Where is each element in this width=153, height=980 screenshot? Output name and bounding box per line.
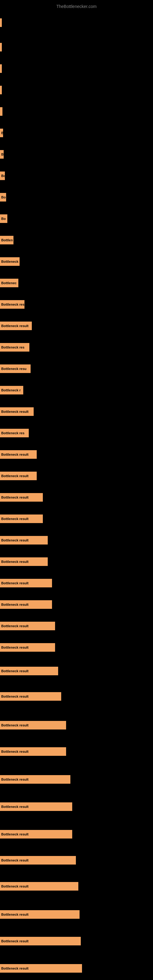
bar-row: Bottleneck result xyxy=(0,721,66,730)
bar-fill: Bottleneck result xyxy=(0,493,43,502)
bar-fill: Bottleneck result xyxy=(0,643,55,652)
bar-fill: Bottleneck result xyxy=(0,775,70,784)
bar-row: Bottleneck resu xyxy=(0,364,30,373)
bar-label: Bottleneck result xyxy=(1,646,29,649)
bar-fill: Bottleneck result xyxy=(0,747,66,756)
bar-label: Bottleneck result xyxy=(1,695,29,698)
bar-row: Bottleneck result xyxy=(0,450,37,459)
bar-label: Bottleneck result xyxy=(1,324,29,328)
bar-row: Bo xyxy=(0,172,5,180)
bar-fill: Bottleneck r xyxy=(0,386,23,395)
bar-fill xyxy=(0,18,2,27)
bar-fill: Bottleneck result xyxy=(0,407,33,416)
bar-label: Bottleneck result xyxy=(1,913,29,916)
bar-row: Bo xyxy=(0,193,6,202)
bar-fill xyxy=(0,43,2,51)
bar-row: Bo xyxy=(0,215,7,223)
bar-label: B xyxy=(1,131,3,135)
bar-fill: Bottleneck result xyxy=(0,830,72,838)
bar-fill: Bottleneck resu xyxy=(0,364,30,373)
bar-fill: Bo xyxy=(0,193,6,202)
bar-row: Bottleneck result xyxy=(0,493,43,502)
bar-fill: Bo xyxy=(0,215,7,223)
bar-fill xyxy=(0,64,2,73)
bar-fill: Bottleneck result xyxy=(0,557,48,566)
bar-row: Bottleneck result xyxy=(0,600,52,609)
bar-fill xyxy=(0,107,2,116)
bar-label: Bottleneck result xyxy=(1,538,29,542)
bar-row: Bottleneck result xyxy=(0,579,52,587)
bar-fill: B xyxy=(0,129,3,137)
bar-label: Bottleneck resu xyxy=(1,367,27,371)
bar-fill: Bottleneck result xyxy=(0,802,72,811)
bar-row: Bottleneck result xyxy=(0,622,55,630)
bar-row xyxy=(0,43,2,51)
site-title: TheBottlenecker.com xyxy=(0,2,153,11)
bar-label: Bottleneck result xyxy=(1,410,29,414)
bar-fill: Bottleneck result xyxy=(0,472,37,480)
bar-fill: Bottleneck res xyxy=(0,300,24,309)
bar-row: Bottleneck result xyxy=(0,643,55,652)
bar-row xyxy=(0,18,2,27)
bar-fill: Bottleneck result xyxy=(0,964,82,973)
bar-row: B xyxy=(0,129,3,137)
bar-row: Bottleneck result xyxy=(0,472,37,480)
bar-fill: Bottleneck result xyxy=(0,321,32,330)
bar-fill: Bottlen xyxy=(0,236,13,244)
bar-fill: Bottleneck r xyxy=(0,257,19,266)
bar-row: Bottleneck result xyxy=(0,536,48,544)
bar-fill: Bottleneck res xyxy=(0,343,29,352)
bar-row: Bottleneck res xyxy=(0,300,24,309)
bar-row: Bottleneck result xyxy=(0,407,33,416)
bar-label: Bottleneck result xyxy=(1,858,29,862)
bar-row: Bottleneck result xyxy=(0,802,72,811)
bar-label: Bottleneck result xyxy=(1,778,29,781)
bar-fill: Bottleneck result xyxy=(0,450,37,459)
bar-row: Bottleneck result xyxy=(0,882,78,891)
bar-fill: Bottleneck result xyxy=(0,721,66,730)
bar-label: Bottleneck result xyxy=(1,624,29,628)
bar-label: Bottleneck result xyxy=(1,750,29,753)
bar-label: Bottlen xyxy=(1,238,13,242)
bar-row: Bottlenec xyxy=(0,279,18,287)
bar-row: Bottleneck result xyxy=(0,667,58,675)
bar-label: Bottlenec xyxy=(1,281,16,285)
bar-row xyxy=(0,86,2,94)
bar-row: Bottleneck result xyxy=(0,321,32,330)
bar-fill: Bottleneck result xyxy=(0,600,52,609)
bar-row: Bottleneck r xyxy=(0,257,19,266)
bar-row: Bottleneck result xyxy=(0,747,66,756)
bar-row: Bottlen xyxy=(0,236,13,244)
bar-label: Bottleneck result xyxy=(1,832,29,836)
bar-fill: Bottleneck result xyxy=(0,937,81,945)
bar-row: Bottleneck r xyxy=(0,386,23,395)
bar-label: Bo xyxy=(1,217,6,221)
bar-label: Bottleneck result xyxy=(1,723,29,727)
bar-row: Bottleneck result xyxy=(0,910,80,919)
bar-fill: Bottleneck result xyxy=(0,910,80,919)
bar-row: B xyxy=(0,150,4,159)
bar-row: Bottleneck result xyxy=(0,557,48,566)
bar-label: Bottleneck result xyxy=(1,967,29,970)
bar-label: Bottleneck res xyxy=(1,345,24,349)
bar-fill: Bottleneck result xyxy=(0,622,55,630)
bar-fill: Bottlenec xyxy=(0,279,18,287)
bar-label: B xyxy=(1,153,4,156)
bar-row: Bottleneck res xyxy=(0,429,29,438)
bar-label: Bottleneck r xyxy=(1,260,19,263)
bar-fill: Bottleneck res xyxy=(0,429,29,438)
bar-label: Bo xyxy=(1,196,6,199)
bar-fill: Bottleneck result xyxy=(0,856,76,865)
bar-label: Bottleneck res xyxy=(1,431,24,435)
bar-row xyxy=(0,64,2,73)
bar-label: Bottleneck result xyxy=(1,885,29,888)
bar-fill: Bottleneck result xyxy=(0,536,48,544)
bar-fill: Bottleneck result xyxy=(0,692,61,701)
bar-label: Bottleneck result xyxy=(1,669,29,673)
bar-row xyxy=(0,107,2,116)
bar-fill: Bottleneck result xyxy=(0,514,43,523)
bar-label: Bottleneck result xyxy=(1,939,29,943)
bar-row: Bottleneck result xyxy=(0,692,61,701)
bar-row: Bottleneck result xyxy=(0,514,43,523)
bar-row: Bottleneck result xyxy=(0,830,72,838)
